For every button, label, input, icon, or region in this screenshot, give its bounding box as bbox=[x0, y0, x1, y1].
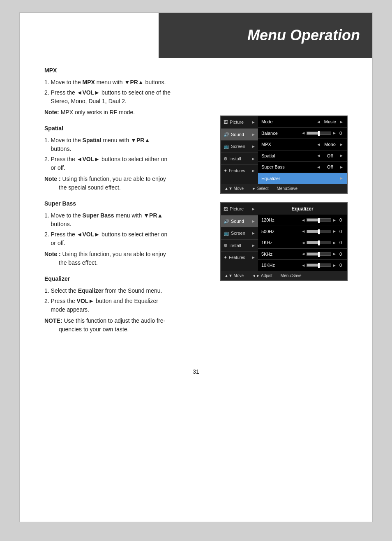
sidebar2-item-picture: 🖼 Picture ► bbox=[221, 203, 258, 215]
equalizer-step2: 2. Press the VOL► button and the Equaliz… bbox=[44, 297, 212, 314]
khz1-left-arrow: ◄ bbox=[301, 240, 305, 246]
khz1-value: 0 bbox=[338, 239, 344, 246]
khz10-fill bbox=[307, 264, 319, 266]
balance-fill bbox=[307, 132, 319, 134]
sidebar2-item-features: ✦ Features ► bbox=[221, 252, 258, 264]
row-ctrl-mpx: ◄ Mono ► bbox=[316, 141, 344, 148]
picture-icon: 🖼 bbox=[224, 119, 228, 126]
sound-icon-2: 🔊 bbox=[224, 218, 229, 225]
bottom-menu-2: Menu:Save bbox=[281, 273, 302, 279]
right-column: 🖼 Picture ► 🔊 Sound ► 📺 S bbox=[220, 66, 352, 335]
page-number: 31 bbox=[20, 360, 372, 383]
sidebar-label-install: Install bbox=[229, 155, 241, 162]
balance-track bbox=[307, 132, 331, 135]
hz120-fill bbox=[307, 219, 319, 221]
bottom-adjust-2: ◄► Adjust bbox=[252, 273, 272, 279]
khz1-track bbox=[307, 241, 331, 244]
hz500-bar bbox=[307, 230, 331, 233]
row-label-1khz: 1KHz bbox=[261, 239, 301, 246]
sidebar2-arrow-sound: ► bbox=[251, 218, 256, 225]
spatial-step1: 1. Move to the Spatial menu with ▼PR▲ bu… bbox=[44, 136, 212, 153]
khz10-right-arrow: ► bbox=[332, 262, 337, 268]
bottom-menu-1: Menu:Save bbox=[277, 185, 298, 192]
row-ctrl-spatial: ◄ Off ► bbox=[316, 153, 344, 160]
superbass-value: Off bbox=[322, 164, 338, 171]
khz5-right-arrow: ► bbox=[332, 251, 337, 257]
sidebar2-label-picture: Picture bbox=[230, 206, 244, 213]
balance-bar bbox=[307, 132, 331, 135]
tv-bottom-bar-2: ▲▼ Move ◄► Adjust Menu:Save bbox=[221, 271, 347, 280]
section-mpx-title: MPX bbox=[44, 66, 212, 75]
hz500-track bbox=[307, 230, 331, 233]
sidebar2-item-sound: 🔊 Sound ► bbox=[221, 215, 258, 228]
content-row-equalizer: Equalizer ► bbox=[258, 173, 347, 184]
superbass-note: Note : Using this function, you are able… bbox=[44, 250, 212, 267]
bottom-move-1: ▲▼ Move bbox=[224, 185, 244, 192]
row-label-5khz: 5KHz bbox=[261, 251, 301, 258]
khz1-bar bbox=[307, 241, 331, 244]
main-content: MPX 1. Move to the MPX menu with ▼PR▲ bu… bbox=[20, 13, 372, 360]
sidebar-item-screen: 📺 Screen ► bbox=[221, 141, 258, 153]
screen-icon-2: 📺 bbox=[224, 230, 229, 237]
row-label-500hz: 500Hz bbox=[261, 228, 301, 235]
sidebar-item-picture: 🖼 Picture ► bbox=[221, 116, 258, 129]
content-row-superbass: Super Bass ◄ Off ► bbox=[258, 162, 347, 173]
spatial-left-arrow: ◄ bbox=[316, 153, 321, 159]
row-ctrl-mode: ◄ Music ► bbox=[316, 118, 344, 125]
sidebar2-item-screen: 📺 Screen ► bbox=[221, 227, 258, 240]
mpx-left-arrow: ◄ bbox=[316, 141, 321, 148]
sidebar2-item-install: ⚙ Install ► bbox=[221, 240, 258, 252]
hz500-fill bbox=[307, 230, 319, 233]
page: Menu Operation MPX 1. Move to the MPX me… bbox=[19, 12, 373, 522]
sidebar2-arrow-features: ► bbox=[251, 254, 256, 261]
khz5-track bbox=[307, 252, 331, 256]
mode-right-arrow: ► bbox=[339, 119, 344, 125]
khz5-value: 0 bbox=[338, 251, 344, 258]
section-equalizer-title: Equalizer bbox=[44, 275, 212, 283]
tv-menu-equalizer: 🖼 Picture ► 🔊 Sound ► bbox=[220, 202, 348, 281]
row-ctrl-500hz: ◄ ► 0 bbox=[301, 228, 344, 235]
install-icon: ⚙ bbox=[224, 155, 228, 162]
sidebar2-label-screen: Screen bbox=[231, 230, 245, 237]
spatial-note: Note : Using this function, you are able… bbox=[44, 175, 212, 192]
balance-left-arrow: ◄ bbox=[301, 130, 305, 136]
khz1-thumb bbox=[318, 240, 320, 245]
mode-left-arrow: ◄ bbox=[316, 119, 321, 125]
khz10-bar bbox=[307, 264, 331, 267]
features-icon: ✦ bbox=[224, 167, 227, 174]
equalizer-right-arrow: ► bbox=[339, 175, 344, 181]
row-ctrl-5khz: ◄ ► 0 bbox=[301, 251, 344, 258]
content-row-500hz: 500Hz ◄ bbox=[258, 226, 347, 238]
sidebar-arrow-sound: ► bbox=[251, 131, 256, 138]
sidebar-arrow-picture: ► bbox=[251, 119, 256, 126]
hz500-right-arrow: ► bbox=[332, 228, 337, 234]
row-label-120hz: 120Hz bbox=[261, 217, 301, 224]
sidebar2-arrow-picture: ► bbox=[251, 206, 256, 213]
hz500-thumb bbox=[318, 229, 320, 234]
content-row-balance: Balance ◄ ► bbox=[258, 128, 347, 139]
khz5-left-arrow: ◄ bbox=[301, 251, 305, 257]
sidebar2-arrow-install: ► bbox=[251, 242, 256, 249]
sidebar-item-sound: 🔊 Sound ► bbox=[221, 129, 258, 141]
row-label-10khz: 10KHz bbox=[261, 262, 301, 269]
spatial-step2: 2. Press the ◄VOL► buttons to select eit… bbox=[44, 155, 212, 172]
page-title: Menu Operation bbox=[247, 27, 360, 44]
khz1-fill bbox=[307, 241, 319, 244]
balance-value: 0 bbox=[338, 130, 344, 137]
header-banner: Menu Operation bbox=[159, 13, 372, 58]
row-ctrl-balance: ◄ ► 0 bbox=[301, 130, 344, 137]
screen-icon: 📺 bbox=[224, 143, 229, 150]
row-label-mpx: MPX bbox=[261, 141, 316, 148]
sidebar2-label-sound: Sound bbox=[231, 218, 244, 225]
tv-menu-sound: 🖼 Picture ► 🔊 Sound ► 📺 S bbox=[220, 116, 348, 194]
sidebar-label-features: Features bbox=[229, 168, 245, 174]
mpx-note: Note: MPX only works in RF mode. bbox=[44, 108, 212, 117]
khz10-track bbox=[307, 264, 331, 267]
balance-right-arrow: ► bbox=[332, 130, 337, 136]
install-icon-2: ⚙ bbox=[224, 242, 228, 249]
eq-header-title: Equalizer bbox=[258, 203, 347, 215]
row-ctrl-equalizer: ► bbox=[339, 175, 344, 181]
sidebar2-arrow-screen: ► bbox=[251, 230, 256, 237]
mode-value: Music bbox=[322, 118, 338, 125]
sound-icon: 🔊 bbox=[224, 131, 229, 138]
